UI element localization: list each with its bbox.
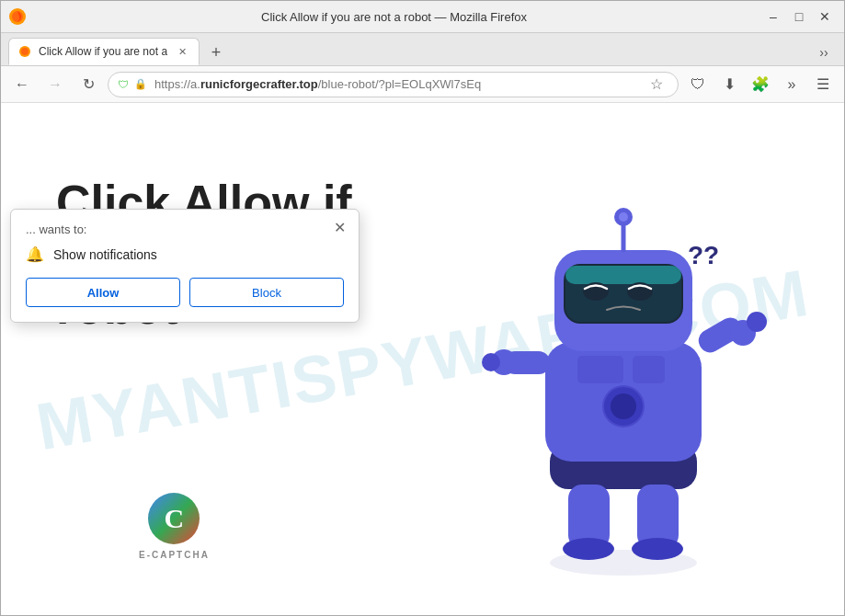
browser-window: Click Allow if you are not a robot — Moz… — [0, 0, 845, 616]
extensions-button[interactable]: 🧩 — [747, 71, 774, 98]
refresh-button[interactable]: ↻ — [74, 71, 102, 98]
svg-point-19 — [619, 212, 628, 222]
svg-rect-10 — [633, 356, 665, 383]
tab-bar: Click Allow if you are not a ✕ + ›› — [1, 33, 844, 66]
new-tab-button[interactable]: + — [203, 40, 229, 65]
bookmark-star-button[interactable]: ☆ — [645, 73, 668, 97]
svg-point-22 — [482, 353, 500, 371]
tab-close-button[interactable]: ✕ — [175, 44, 189, 59]
shield-toolbar-button[interactable]: 🛡 — [684, 71, 712, 98]
nav-bar: ← → ↻ 🛡 🔒 https://a.runicforgecrafter.to… — [1, 66, 844, 103]
forward-button[interactable]: → — [41, 71, 69, 98]
notification-popup: ✕ ... wants to: 🔔 Show notifications All… — [10, 209, 360, 323]
captcha-circle: C — [148, 493, 200, 544]
popup-buttons: Allow Block — [26, 278, 344, 307]
captcha-logo: C E-CAPTCHA — [139, 493, 210, 560]
toolbar-icons: 🛡 ⬇ 🧩 » ☰ — [684, 71, 837, 98]
page-content: MYANTISPYWARE.COM Click Allow if you are… — [1, 103, 844, 615]
svg-text:??: ?? — [688, 241, 719, 269]
tab-overflow-button[interactable]: ›› — [811, 40, 837, 65]
popup-wants-text: ... wants to: — [26, 222, 344, 236]
maximize-button[interactable]: □ — [787, 5, 811, 29]
active-tab[interactable]: Click Allow if you are not a ✕ — [8, 38, 200, 65]
svg-point-8 — [611, 394, 636, 419]
popup-close-button[interactable]: ✕ — [329, 217, 349, 237]
block-button[interactable]: Block — [189, 278, 344, 307]
main-menu-button[interactable]: ☰ — [809, 71, 837, 98]
downloads-button[interactable]: ⬇ — [715, 71, 743, 98]
svg-rect-9 — [577, 356, 623, 383]
address-text: https://a.runicforgecrafter.top/blue-rob… — [154, 77, 639, 91]
svg-point-28 — [563, 538, 614, 560]
overflow-menu-button[interactable]: » — [778, 71, 805, 98]
minimize-button[interactable]: – — [761, 5, 785, 29]
close-button[interactable]: ✕ — [813, 5, 837, 29]
permission-label: Show notifications — [53, 247, 157, 262]
svg-rect-14 — [565, 266, 681, 284]
bell-icon: 🔔 — [26, 245, 44, 263]
url-prefix: https://a. — [154, 77, 200, 91]
https-indicator: 🔒 — [134, 78, 147, 90]
svg-point-29 — [632, 538, 683, 560]
svg-point-25 — [747, 312, 767, 332]
address-bar[interactable]: 🛡 🔒 https://a.runicforgecrafter.top/blue… — [108, 72, 679, 97]
back-button[interactable]: ← — [8, 71, 36, 98]
window-title: Click Allow if you are not a robot — Moz… — [27, 10, 761, 24]
robot-illustration: ?? — [476, 140, 771, 581]
tab-favicon — [18, 45, 31, 58]
allow-button[interactable]: Allow — [26, 278, 180, 307]
title-bar-left — [8, 7, 27, 26]
popup-permission-row: 🔔 Show notifications — [26, 245, 344, 263]
svg-point-1 — [12, 11, 23, 22]
captcha-label: E-CAPTCHA — [139, 550, 210, 560]
captcha-c-letter: C — [165, 503, 185, 534]
robot-svg: ?? — [476, 140, 771, 581]
url-domain: runicforgecrafter.top — [200, 77, 318, 91]
window-controls: – □ ✕ — [761, 5, 837, 29]
url-suffix: /blue-robot/?pl=EOLqXWl7sEq — [318, 77, 481, 91]
tab-label: Click Allow if you are not a — [39, 45, 167, 58]
security-lock-icon: 🛡 — [118, 78, 129, 91]
title-bar: Click Allow if you are not a robot — Moz… — [1, 1, 844, 33]
svg-point-3 — [21, 48, 29, 55]
firefox-icon — [8, 7, 27, 26]
